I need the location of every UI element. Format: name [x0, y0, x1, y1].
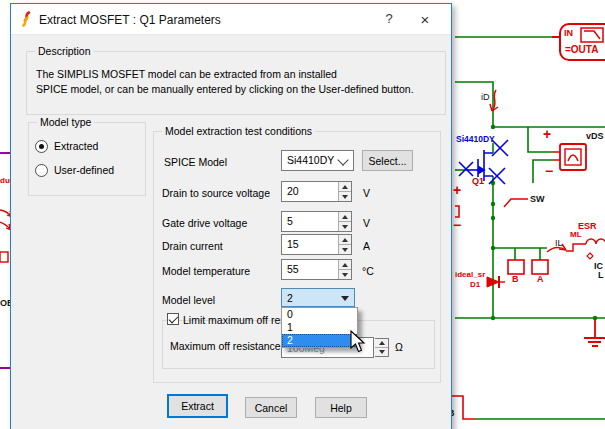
dialog-title: Extract MOSFET : Q1 Parameters	[39, 13, 221, 27]
description-line2: SPICE model, or can be manually entered …	[36, 83, 414, 96]
model-temperature-unit: °C	[362, 265, 374, 278]
model-level-combo[interactable]: 2	[281, 288, 355, 307]
port-b-box	[508, 260, 524, 274]
out-block-in-label: IN	[564, 29, 573, 38]
radio-user-defined-label: User-defined	[54, 164, 114, 177]
out-block-name-label: =OUTA	[565, 45, 598, 55]
select-button[interactable]: Select...	[362, 150, 413, 171]
radio-extracted-circle[interactable]	[35, 140, 48, 153]
vds-label: vDS	[586, 132, 604, 141]
help-button[interactable]: Help	[315, 397, 367, 418]
dropdown-option-2[interactable]: 2	[282, 334, 357, 347]
max-off-resistance-spinner[interactable]	[375, 338, 389, 357]
spin-down-button[interactable]	[339, 270, 351, 279]
spice-model-value: Si4410DY	[287, 154, 334, 166]
ml-label: ML	[570, 231, 582, 239]
description-group-label: Description	[35, 45, 94, 57]
drain-current-unit: A	[363, 240, 370, 253]
chevron-down-icon[interactable]	[337, 154, 348, 165]
sw-label: SW	[530, 195, 545, 204]
port-a-label: A	[537, 275, 544, 284]
drain-source-voltage-value[interactable]: 20	[287, 185, 299, 197]
drain-source-voltage-unit: V	[363, 187, 370, 200]
spin-up-button[interactable]	[339, 212, 351, 222]
l-label: L	[598, 271, 604, 280]
mosfet-model-label: Si4410DY	[456, 135, 495, 144]
screen: IN =OUTA iD Si4410DY Q1 vDS + − + − SW E…	[0, 0, 605, 429]
spice-model-combo[interactable]: Si4410DY	[281, 150, 354, 171]
drain-source-voltage-label: Drain to source voltage	[162, 187, 270, 200]
model-temperature-label: Model temperature	[162, 265, 250, 278]
gate-drive-voltage-spinbox[interactable]: 5	[281, 211, 352, 232]
drain-current-spinbox[interactable]: 15	[281, 234, 352, 255]
vds-probe-icon	[553, 144, 586, 170]
drain-source-voltage-spinbox[interactable]: 20	[281, 181, 352, 202]
cancel-button[interactable]: Cancel	[245, 397, 297, 418]
gate-drive-voltage-unit: V	[363, 217, 370, 230]
max-off-resistance-label: Maximum off resistance	[170, 340, 281, 353]
dropdown-option-1[interactable]: 1	[282, 321, 357, 334]
model-temperature-value[interactable]: 55	[287, 263, 299, 275]
model-level-value: 2	[287, 292, 293, 304]
sw-wire-stub	[504, 199, 528, 207]
limit-checkbox[interactable]	[167, 313, 179, 325]
max-off-resistance-unit: Ω	[395, 341, 403, 354]
spin-down-button[interactable]	[339, 222, 351, 231]
model-level-dropdown-list: 0 1 2	[281, 307, 358, 348]
model-type-group-label: Model type	[37, 116, 94, 128]
dialog-titlebar[interactable]: Extract MOSFET : Q1 Parameters ? ×	[11, 4, 451, 35]
check-icon	[169, 314, 179, 324]
spice-model-label: SPICE Model	[164, 156, 227, 169]
ground-icon	[584, 319, 605, 346]
id-probe-label: iD	[481, 93, 490, 102]
spin-up-button[interactable]	[375, 339, 388, 348]
id-current-arrow-icon	[490, 90, 498, 111]
dropdown-option-0[interactable]: 0	[282, 308, 357, 321]
port-a-box	[532, 260, 548, 274]
model-level-label: Model level	[162, 294, 215, 307]
radio-user-defined-circle[interactable]	[35, 164, 48, 177]
simplis-flame-icon	[19, 11, 34, 28]
vgs-minus-label: −	[453, 218, 461, 232]
vgs-plus-label: +	[453, 183, 461, 197]
il-label: IL	[555, 239, 563, 248]
drain-current-label: Drain current	[162, 240, 223, 253]
spin-down-button[interactable]	[339, 245, 351, 254]
model-temperature-spinbox[interactable]: 55	[281, 259, 352, 280]
spin-down-button[interactable]	[375, 348, 388, 356]
spin-up-button[interactable]	[339, 182, 351, 192]
vgs-source-partial	[455, 206, 459, 217]
gate-drive-voltage-label: Gate drive voltage	[162, 217, 247, 230]
description-line1: The SIMPLIS MOSFET model can be extracte…	[36, 68, 337, 81]
radio-user-defined[interactable]: User-defined	[35, 164, 114, 177]
conditions-group-label: Model extraction test conditions	[162, 125, 315, 137]
close-icon[interactable]: ×	[415, 11, 435, 29]
dropdown-arrow-icon[interactable]	[341, 296, 349, 301]
extract-mosfet-dialog: Extract MOSFET : Q1 Parameters ? × Descr…	[10, 3, 452, 429]
spin-down-button[interactable]	[339, 192, 351, 201]
d1-diode-icon	[487, 276, 505, 288]
vds-plus-label: +	[543, 127, 551, 141]
spin-up-button[interactable]	[339, 235, 351, 245]
mouse-cursor	[350, 330, 366, 354]
ideal-sr-label: ideal_sr	[455, 271, 485, 279]
radio-extracted-label: Extracted	[54, 140, 98, 153]
vds-minus-label: −	[545, 164, 553, 178]
extract-button[interactable]: Extract	[167, 394, 228, 418]
help-icon[interactable]: ?	[379, 11, 399, 29]
port-b-label: B	[512, 275, 519, 284]
gate-drive-voltage-value[interactable]: 5	[287, 215, 293, 227]
spin-up-button[interactable]	[339, 260, 351, 270]
mosfet-ref-label: Q1	[472, 177, 484, 186]
d1-label: D1	[470, 281, 480, 289]
drain-current-value[interactable]: 15	[287, 238, 299, 250]
radio-extracted[interactable]: Extracted	[35, 140, 98, 153]
model-type-group: Model type	[28, 122, 146, 196]
